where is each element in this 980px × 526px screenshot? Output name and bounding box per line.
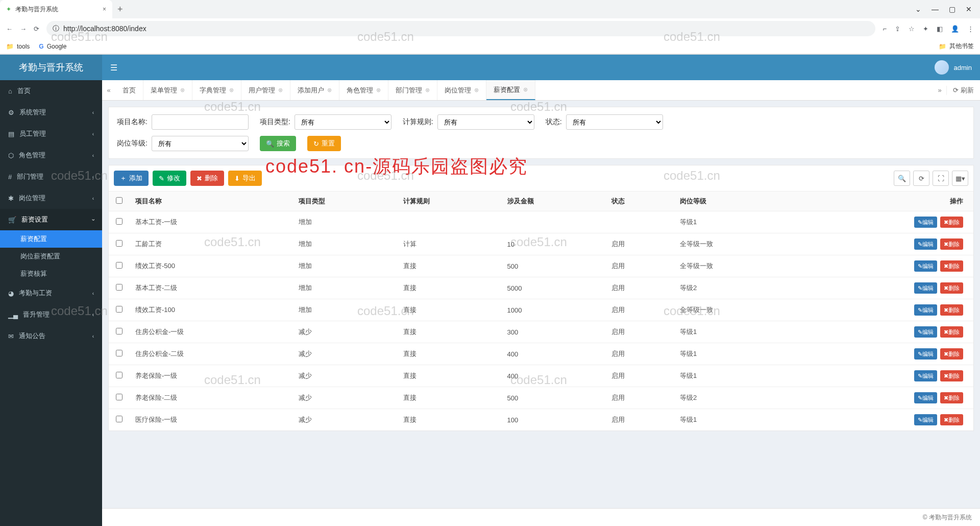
- row-edit-button[interactable]: ✎编辑: [914, 304, 937, 316]
- col-header-3[interactable]: 涉及金额: [501, 192, 605, 211]
- tab-0[interactable]: 首页: [115, 80, 143, 100]
- sidebar-item-5[interactable]: ✱岗位管理‹: [0, 187, 102, 209]
- share-icon[interactable]: ⇪: [895, 25, 900, 33]
- minimize-icon[interactable]: —: [932, 5, 939, 13]
- sidebar-item-2[interactable]: ▤员工管理‹: [0, 123, 102, 145]
- key-icon[interactable]: ⌐: [883, 25, 887, 33]
- table-row[interactable]: 工龄工资 增加 计算 10 启用 全等级一致 ✎编辑 ✖删除: [109, 233, 973, 255]
- tab-close-icon[interactable]: ⊗: [376, 87, 381, 93]
- row-checkbox[interactable]: [116, 328, 122, 334]
- tab-close-icon[interactable]: ⊗: [474, 87, 479, 93]
- post-level-select[interactable]: 所有: [152, 136, 249, 151]
- row-delete-button[interactable]: ✖删除: [940, 260, 963, 272]
- table-refresh-icon[interactable]: ⟳: [913, 171, 929, 186]
- status-select[interactable]: 所有: [566, 114, 663, 130]
- row-edit-button[interactable]: ✎编辑: [914, 326, 937, 338]
- chevron-down-icon[interactable]: ⌄: [915, 5, 921, 13]
- back-icon[interactable]: ←: [6, 25, 13, 33]
- table-row[interactable]: 基本工资-二级 增加 直接 5000 启用 等级2 ✎编辑 ✖删除: [109, 277, 973, 299]
- panel-icon[interactable]: ◧: [937, 25, 943, 33]
- row-checkbox[interactable]: [116, 350, 122, 356]
- tab-5[interactable]: 角色管理⊗: [339, 80, 388, 100]
- maximize-icon[interactable]: ▢: [949, 5, 955, 13]
- tab-close-icon[interactable]: ⊗: [425, 87, 430, 93]
- table-row[interactable]: 绩效工资-500 增加 直接 500 启用 全等级一致 ✎编辑 ✖删除: [109, 255, 973, 277]
- tab-close-icon[interactable]: ⊗: [327, 87, 332, 93]
- calc-rule-select[interactable]: 所有: [437, 114, 534, 130]
- tab-close-icon[interactable]: ⊗: [180, 87, 185, 93]
- tab-3[interactable]: 用户管理⊗: [241, 80, 290, 100]
- browser-tab[interactable]: ✦ 考勤与晋升系统 ×: [0, 0, 112, 18]
- tab-8[interactable]: 薪资配置⊗: [486, 80, 535, 100]
- row-delete-button[interactable]: ✖删除: [940, 238, 963, 250]
- tab-4[interactable]: 添加用户⊗: [290, 80, 339, 100]
- sidebar-item-0[interactable]: ⌂首页: [0, 80, 102, 102]
- url-input[interactable]: [63, 25, 869, 33]
- close-icon[interactable]: ✕: [966, 5, 972, 13]
- table-row[interactable]: 基本工资-一级 增加 等级1 ✎编辑 ✖删除: [109, 211, 973, 233]
- tab-close-icon[interactable]: ⊗: [229, 87, 234, 93]
- row-edit-button[interactable]: ✎编辑: [914, 260, 937, 272]
- tab-1[interactable]: 菜单管理⊗: [143, 80, 192, 100]
- search-button[interactable]: 🔍搜索: [260, 136, 296, 151]
- row-delete-button[interactable]: ✖删除: [940, 217, 963, 228]
- row-checkbox[interactable]: [116, 394, 122, 400]
- table-row[interactable]: 养老保险-二级 减少 直接 500 启用 等级2 ✎编辑 ✖删除: [109, 387, 973, 409]
- col-header-0[interactable]: 项目名称: [129, 192, 292, 211]
- bookmark-folder-tools[interactable]: 📁tools: [6, 43, 30, 50]
- sidebar-item-1[interactable]: ⚙系统管理‹: [0, 102, 102, 123]
- sidebar-subitem-6-1[interactable]: 岗位薪资配置: [0, 248, 102, 265]
- project-type-select[interactable]: 所有: [295, 114, 391, 130]
- table-columns-icon[interactable]: ▦▾: [952, 171, 968, 186]
- table-search-icon[interactable]: 🔍: [894, 171, 910, 186]
- table-row[interactable]: 绩效工资-100 增加 直接 1000 启用 全等级一致 ✎编辑 ✖删除: [109, 299, 973, 321]
- tab-2[interactable]: 字典管理⊗: [192, 80, 241, 100]
- reset-button[interactable]: ↻重置: [307, 136, 341, 151]
- export-button[interactable]: ⬇导出: [228, 171, 262, 186]
- row-checkbox[interactable]: [116, 284, 122, 291]
- table-row[interactable]: 住房公积金-一级 减少 直接 300 启用 等级1 ✎编辑 ✖删除: [109, 321, 973, 343]
- table-fullscreen-icon[interactable]: ⛶: [933, 171, 949, 186]
- row-edit-button[interactable]: ✎编辑: [914, 238, 937, 250]
- add-button[interactable]: ＋添加: [114, 171, 149, 186]
- info-icon[interactable]: ⓘ: [53, 24, 59, 33]
- col-header-1[interactable]: 项目类型: [292, 192, 397, 211]
- row-edit-button[interactable]: ✎编辑: [914, 348, 937, 360]
- sidebar-item-9[interactable]: ✉通知公告‹: [0, 325, 102, 347]
- select-all-checkbox[interactable]: [116, 197, 122, 204]
- tab-close-icon[interactable]: ⊗: [278, 87, 283, 93]
- row-checkbox[interactable]: [116, 262, 122, 269]
- sidebar-item-3[interactable]: ⬡角色管理‹: [0, 145, 102, 166]
- row-checkbox[interactable]: [116, 306, 122, 313]
- row-edit-button[interactable]: ✎编辑: [914, 282, 937, 294]
- tab-close-icon[interactable]: ⊗: [523, 86, 528, 93]
- row-edit-button[interactable]: ✎编辑: [914, 217, 937, 228]
- table-row[interactable]: 医疗保险-一级 减少 直接 100 启用 等级1 ✎编辑 ✖删除: [109, 409, 973, 431]
- tabs-scroll-left-icon[interactable]: «: [102, 86, 115, 94]
- col-header-6[interactable]: 操作: [796, 192, 973, 211]
- profile-icon[interactable]: 👤: [951, 25, 959, 33]
- sidebar-subitem-6-2[interactable]: 薪资核算: [0, 265, 102, 282]
- tab-7[interactable]: 岗位管理⊗: [437, 80, 486, 100]
- bookmark-google[interactable]: GGoogle: [39, 43, 66, 50]
- table-row[interactable]: 养老保险-一级 减少 直接 400 启用 等级1 ✎编辑 ✖删除: [109, 365, 973, 387]
- star-icon[interactable]: ☆: [909, 25, 915, 33]
- tabs-scroll-right-icon[interactable]: »: [933, 86, 946, 94]
- new-tab-button[interactable]: +: [112, 4, 128, 15]
- row-delete-button[interactable]: ✖删除: [940, 304, 963, 316]
- col-header-2[interactable]: 计算规则: [397, 192, 501, 211]
- forward-icon[interactable]: →: [20, 25, 27, 33]
- row-delete-button[interactable]: ✖删除: [940, 370, 963, 381]
- app-brand[interactable]: 考勤与晋升系统: [0, 55, 102, 80]
- sidebar-subitem-6-0[interactable]: 薪资配置: [0, 230, 102, 248]
- sidebar-item-4[interactable]: #部门管理‹: [0, 166, 102, 187]
- col-header-5[interactable]: 岗位等级: [674, 192, 796, 211]
- extensions-icon[interactable]: ✦: [923, 25, 928, 33]
- table-row[interactable]: 住房公积金-二级 减少 直接 400 启用 等级1 ✎编辑 ✖删除: [109, 343, 973, 365]
- menu-icon[interactable]: ⋮: [967, 25, 974, 33]
- browser-tab-close-icon[interactable]: ×: [103, 6, 106, 13]
- row-edit-button[interactable]: ✎编辑: [914, 370, 937, 381]
- row-checkbox[interactable]: [116, 240, 122, 247]
- sidebar-item-7[interactable]: ◕考勤与工资‹: [0, 282, 102, 304]
- row-edit-button[interactable]: ✎编辑: [914, 392, 937, 403]
